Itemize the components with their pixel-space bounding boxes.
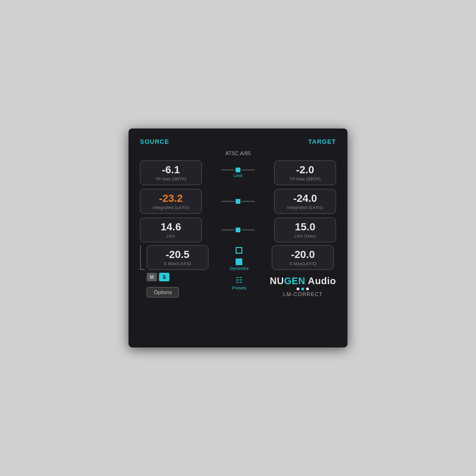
lra-connector: [202, 228, 274, 232]
rows-area: -6.1 TP Max (dBTP) Limit -2.0 TP Max (dB…: [140, 160, 336, 242]
target-tp-max-value: -2.0: [296, 164, 314, 176]
target-integrated-label: Integrated (LKFS): [287, 205, 324, 210]
right-line-1: [241, 169, 255, 170]
dot-1: [297, 288, 299, 290]
source-smax-value: -20.5: [166, 249, 189, 260]
dot-3: [306, 288, 309, 290]
target-label: TARGET: [308, 138, 336, 145]
target-integrated-box[interactable]: -24.0 Integrated (LKFS): [274, 189, 336, 214]
target-lra-label: LRA (Max): [294, 234, 316, 238]
left-line-2: [221, 201, 235, 202]
brand-area: NUGEN Audio LM-CORRECT: [270, 276, 336, 297]
lra-row: 14.6 LRA 15.0 LRA (Max): [140, 218, 336, 242]
presets-label: Presets: [232, 286, 247, 290]
tp-max-connector-line: [221, 168, 255, 172]
target-tp-max-box[interactable]: -2.0 TP Max (dBTP): [274, 160, 336, 185]
ms-buttons: M S: [147, 273, 169, 281]
right-line-2: [241, 201, 255, 202]
center-controls: Dynamics ☷ Presets: [230, 247, 249, 290]
source-smax-box[interactable]: -20.5 S Max(LKFS): [147, 245, 208, 270]
target-smax-box[interactable]: -20.0 S Max(LKFS): [272, 245, 334, 270]
integrated-row: -23.2 Integrated (LKFS) -24.0 Integrated…: [140, 189, 336, 214]
dynamics-square: [236, 258, 242, 265]
source-lra-label: LRA: [167, 234, 175, 238]
source-integrated-value: -23.2: [159, 193, 183, 204]
audio-text: Audio: [306, 276, 336, 286]
bracket: [140, 245, 145, 270]
target-lra-value: 15.0: [295, 221, 316, 233]
target-smax-value: -20.0: [291, 249, 315, 260]
s-button[interactable]: S: [159, 273, 169, 281]
target-tp-max-label: TP Max (dBTP): [289, 177, 321, 181]
header-row: SOURCE TARGET: [140, 138, 336, 145]
bottom-area: -20.5 S Max(LKFS) M S Options Dynamics ☷…: [140, 245, 336, 298]
presets-icon-symbol: ☷: [236, 276, 242, 285]
options-button[interactable]: Options: [147, 287, 179, 298]
smax-connector-square[interactable]: [236, 247, 242, 254]
source-integrated-label: Integrated (LKFS): [153, 205, 189, 210]
right-line-3: [241, 229, 255, 230]
left-line-3: [221, 229, 235, 230]
connector-square-2[interactable]: [236, 199, 240, 204]
target-bottom: -20.0 S Max(LKFS) NUGEN Audio LM-CORRECT: [270, 245, 336, 297]
source-tp-max-box[interactable]: -6.1 TP Max (dBTP): [140, 160, 202, 185]
dynamics-label: Dynamics: [230, 266, 249, 271]
connector-square-3[interactable]: [236, 228, 240, 232]
nu-text: NU: [270, 276, 284, 286]
source-smax-label: S Max(LKFS): [164, 261, 191, 266]
brand-name: NUGEN Audio: [270, 276, 336, 287]
tp-max-row: -6.1 TP Max (dBTP) Limit -2.0 TP Max (dB…: [140, 160, 336, 185]
brand-dots: [297, 288, 309, 290]
preset-label: ATSC A/85: [129, 150, 347, 156]
target-integrated-value: -24.0: [293, 193, 317, 204]
source-tp-max-value: -6.1: [162, 164, 180, 176]
m-button[interactable]: M: [147, 273, 157, 281]
integrated-connector-line: [221, 199, 255, 204]
connector-square-1[interactable]: [236, 168, 240, 172]
source-label: SOURCE: [140, 138, 169, 145]
target-lra-box[interactable]: 15.0 LRA (Max): [274, 218, 336, 242]
presets-control[interactable]: ☷ Presets: [232, 276, 247, 290]
source-bottom: -20.5 S Max(LKFS) M S Options: [140, 245, 208, 298]
s-max-row: -20.5 S Max(LKFS): [140, 245, 208, 270]
source-integrated-box[interactable]: -23.2 Integrated (LKFS): [140, 189, 202, 214]
plugin-container: SOURCE TARGET ATSC A/85 -6.1 TP Max (dBT…: [129, 129, 347, 347]
dynamics-control[interactable]: Dynamics: [230, 258, 249, 271]
source-lra-value: 14.6: [161, 221, 181, 233]
product-name: LM-CORRECT: [283, 291, 323, 297]
target-smax-label: S Max(LKFS): [289, 261, 317, 266]
tp-max-connector: Limit: [202, 168, 274, 178]
lra-connector-line: [221, 228, 255, 232]
source-tp-max-label: TP Max (dBTP): [155, 177, 187, 181]
source-lra-box[interactable]: 14.6 LRA: [140, 218, 202, 242]
connector-label-1: Limit: [233, 173, 242, 178]
integrated-connector: [202, 199, 274, 204]
gen-text: GEN: [284, 276, 306, 286]
left-line-1: [221, 169, 235, 170]
dot-2: [301, 288, 304, 290]
